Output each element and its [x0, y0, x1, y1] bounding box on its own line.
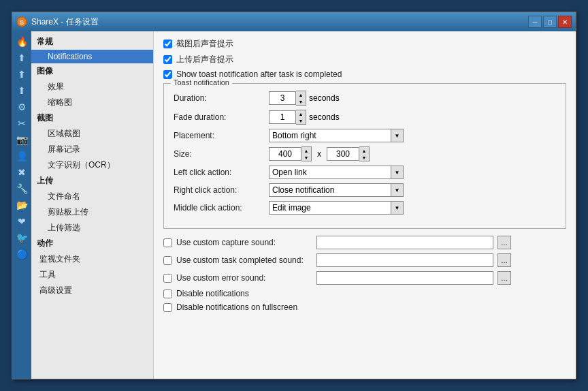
custom-capture-input[interactable] — [316, 236, 493, 249]
sidebar-item-region-capture[interactable]: 区域截图 — [31, 126, 153, 142]
icon-8: 👤 — [14, 148, 29, 163]
height-input[interactable] — [327, 147, 359, 161]
placement-label: Placement: — [174, 131, 269, 140]
disable-fullscreen-checkbox[interactable] — [163, 303, 172, 312]
custom-error-btn[interactable]: … — [497, 271, 511, 285]
checkbox-toast-label: Show toast notification after task is co… — [176, 69, 342, 79]
icon-6: ✂ — [14, 116, 29, 131]
sidebar-item-upload-filter[interactable]: 上传筛选 — [31, 220, 153, 236]
width-up-button[interactable]: ▲ — [301, 147, 311, 154]
size-label: Size: — [174, 149, 269, 159]
icon-14: 🔵 — [14, 247, 29, 262]
left-click-dropdown: ▼ — [269, 166, 404, 179]
sidebar-item-thumbnail[interactable]: 缩略图 — [31, 95, 153, 110]
icon-3: ⬆ — [14, 67, 29, 82]
placement-row: Placement: ▼ — [174, 129, 556, 142]
custom-error-label: Use custom error sound: — [176, 273, 312, 283]
checkbox-capture-sound[interactable] — [163, 40, 172, 48]
custom-capture-label: Use custom capture sound: — [176, 238, 312, 247]
duration-down-button[interactable]: ▼ — [296, 98, 306, 105]
main-content: 🔥 ⬆ ⬆ ⬆ ⚙ ✂ 📷 👤 ✖ 🔧 📂 ❤ 🐦 🔵 常规 Notificat… — [12, 31, 576, 379]
minimize-button[interactable]: ─ — [528, 16, 542, 28]
middle-click-arrow[interactable]: ▼ — [391, 201, 404, 215]
sidebar-item-tools[interactable]: 工具 — [31, 267, 153, 283]
left-click-label: Left click action: — [174, 168, 269, 177]
titlebar-buttons: ─ □ ✕ — [528, 16, 572, 28]
size-separator: x — [317, 149, 321, 159]
checkbox-toast-notification[interactable] — [163, 70, 172, 79]
fade-up-button[interactable]: ▲ — [296, 110, 306, 117]
width-spinbox: ▲ ▼ — [269, 146, 312, 161]
sidebar-item-image[interactable]: 图像 — [31, 63, 153, 79]
fade-spinbox: ▲ ▼ — [269, 110, 306, 125]
duration-input[interactable] — [269, 91, 296, 105]
duration-unit: seconds — [309, 93, 340, 103]
icon-10: 🔧 — [14, 181, 29, 196]
custom-task-btn[interactable]: … — [497, 253, 511, 267]
sidebar-item-upload[interactable]: 上传 — [31, 173, 153, 189]
sidebar-item-filename[interactable]: 文件命名 — [31, 189, 153, 204]
placement-arrow[interactable]: ▼ — [391, 129, 404, 142]
right-click-arrow[interactable]: ▼ — [391, 183, 404, 197]
height-down-button[interactable]: ▼ — [359, 154, 369, 161]
disable-notifications-checkbox[interactable] — [163, 290, 172, 298]
duration-row: Duration: ▲ ▼ seconds — [174, 91, 556, 106]
fade-input[interactable] — [269, 110, 296, 124]
fade-row: Fade duration: ▲ ▼ seconds — [174, 110, 556, 125]
checkbox-upload-sound[interactable] — [163, 55, 172, 64]
checkbox-capture-sound-label: 截图后声音提示 — [176, 38, 233, 50]
height-up-button[interactable]: ▲ — [359, 147, 369, 154]
main-window: S ShareX - 任务设置 ─ □ ✕ 🔥 ⬆ ⬆ ⬆ ⚙ ✂ 📷 👤 ✖ … — [12, 12, 576, 379]
right-click-input[interactable] — [269, 183, 391, 197]
sidebar-item-screen-record[interactable]: 屏幕记录 — [31, 142, 153, 157]
duration-up-button[interactable]: ▲ — [296, 91, 306, 98]
disable-fullscreen-label: Disable notifications on fullscreen — [176, 302, 297, 312]
left-click-input[interactable] — [269, 166, 391, 179]
width-down-button[interactable]: ▼ — [301, 154, 311, 161]
close-button[interactable]: ✕ — [558, 16, 572, 28]
toast-group-legend: Toast notification — [171, 78, 232, 87]
custom-error-sound-row: Use custom error sound: … — [163, 271, 566, 285]
icon-13: 🐦 — [14, 230, 29, 245]
left-icon-strip: 🔥 ⬆ ⬆ ⬆ ⚙ ✂ 📷 👤 ✖ 🔧 📂 ❤ 🐦 🔵 — [12, 31, 31, 379]
sidebar-item-effects[interactable]: 效果 — [31, 79, 153, 95]
size-row: Size: ▲ ▼ x ▲ — [174, 146, 556, 161]
icon-5: ⚙ — [14, 99, 29, 114]
width-input[interactable] — [269, 147, 301, 161]
icon-2: ⬆ — [14, 50, 29, 65]
custom-error-input[interactable] — [316, 271, 493, 285]
custom-capture-checkbox[interactable] — [163, 238, 172, 247]
window-title: ShareX - 任务设置 — [31, 16, 99, 28]
icon-12: ❤ — [14, 214, 29, 229]
custom-task-input[interactable] — [316, 253, 493, 267]
height-spinbox: ▲ ▼ — [327, 146, 370, 161]
checkbox-row-3: Show toast notification after task is co… — [163, 69, 566, 79]
duration-spinbox: ▲ ▼ — [269, 91, 306, 106]
duration-spin-buttons: ▲ ▼ — [296, 91, 306, 106]
disable-fullscreen-row: Disable notifications on fullscreen — [163, 302, 566, 312]
sidebar-item-advanced[interactable]: 高级设置 — [31, 283, 153, 298]
maximize-button[interactable]: □ — [543, 16, 557, 28]
checkbox-row-2: 上传后声音提示 — [163, 54, 566, 65]
custom-task-checkbox[interactable] — [163, 256, 172, 265]
height-spin-buttons: ▲ ▼ — [359, 146, 370, 161]
placement-dropdown: ▼ — [269, 129, 404, 142]
sidebar-item-general[interactable]: 常规 — [31, 34, 153, 50]
custom-error-checkbox[interactable] — [163, 274, 172, 283]
right-click-row: Right click action: ▼ — [174, 183, 556, 197]
sidebar-item-watch-folder[interactable]: 监视文件夹 — [31, 251, 153, 267]
placement-input[interactable] — [269, 129, 391, 142]
middle-click-input[interactable] — [269, 201, 391, 215]
fade-down-button[interactable]: ▼ — [296, 117, 306, 124]
disable-notifications-row: Disable notifications — [163, 289, 566, 298]
titlebar-left: S ShareX - 任务设置 — [16, 16, 99, 28]
sidebar-item-ocr[interactable]: 文字识别（OCR） — [31, 157, 153, 173]
icon-4: ⬆ — [14, 83, 29, 98]
sidebar-item-capture[interactable]: 截图 — [31, 110, 153, 126]
left-click-arrow[interactable]: ▼ — [391, 166, 404, 179]
custom-capture-btn[interactable]: … — [497, 236, 511, 249]
sidebar-item-notifications[interactable]: Notifications — [31, 50, 153, 63]
sidebar-item-actions[interactable]: 动作 — [31, 236, 153, 251]
content-area: 截图后声音提示 上传后声音提示 Show toast notification … — [154, 31, 576, 379]
sidebar-item-clipboard-upload[interactable]: 剪贴板上传 — [31, 204, 153, 220]
